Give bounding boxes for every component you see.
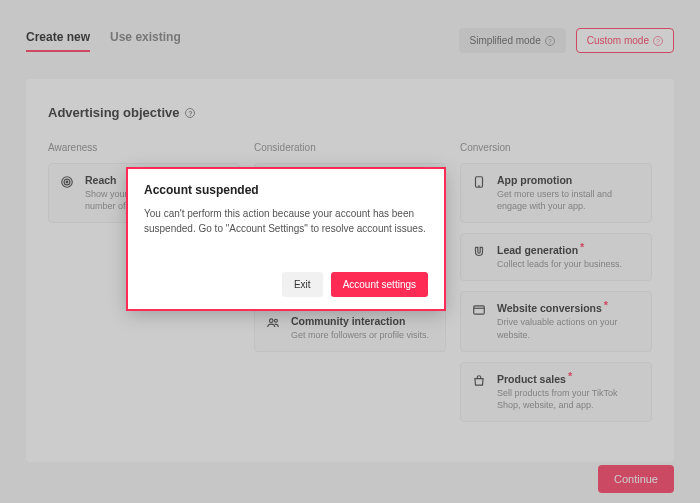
account-suspended-modal: Account suspended You can't perform this… bbox=[128, 169, 444, 309]
modal-title: Account suspended bbox=[144, 183, 428, 197]
modal-body: You can't perform this action because yo… bbox=[144, 207, 428, 264]
account-settings-button[interactable]: Account settings bbox=[331, 272, 428, 297]
modal-actions: Exit Account settings bbox=[144, 272, 428, 297]
exit-button[interactable]: Exit bbox=[282, 272, 323, 297]
modal-highlight: Account suspended You can't perform this… bbox=[128, 169, 444, 309]
